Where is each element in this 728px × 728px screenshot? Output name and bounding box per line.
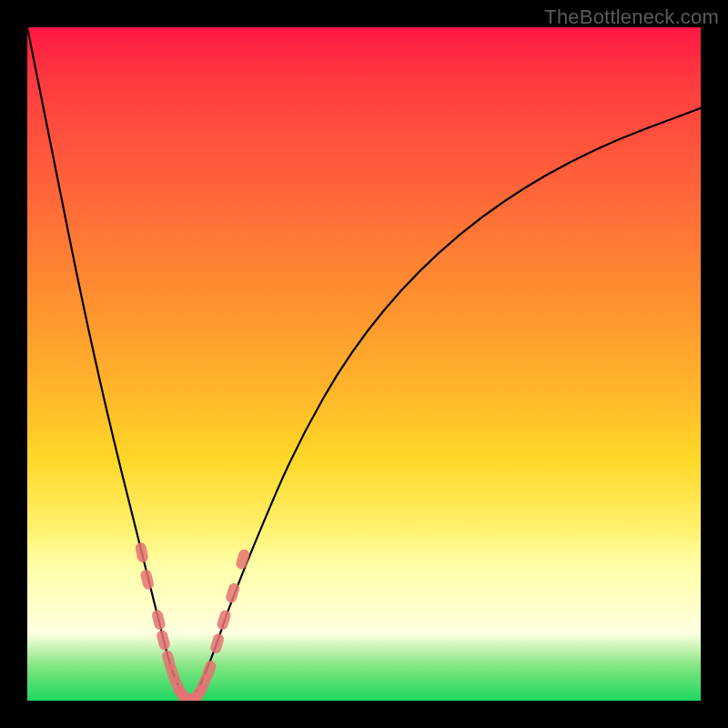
marker-group — [135, 541, 251, 701]
marker-bead — [235, 548, 251, 571]
watermark-text: TheBottleneck.com — [544, 5, 719, 29]
bottleneck-curve — [27, 27, 701, 699]
marker-bead — [139, 569, 155, 591]
marker-bead — [151, 609, 167, 631]
marker-bead — [156, 629, 171, 651]
marker-bead — [216, 609, 232, 632]
marker-bead — [135, 541, 149, 563]
chart-frame: TheBottleneck.com — [0, 0, 728, 728]
chart-svg — [27, 27, 701, 701]
marker-bead — [209, 632, 226, 654]
